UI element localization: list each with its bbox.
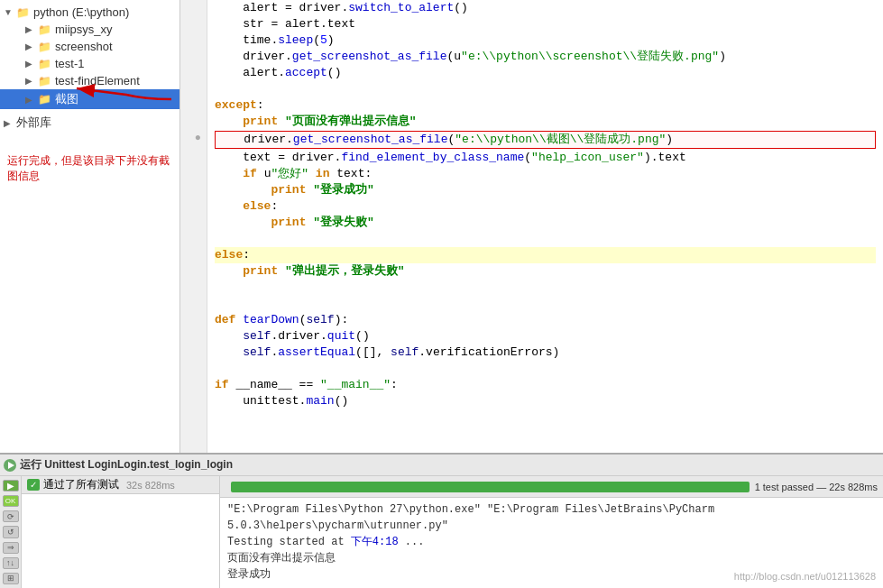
test-result-text: 1 test passed — 22s 828ms <box>755 482 878 492</box>
stop-button[interactable]: ↺ <box>3 526 19 537</box>
run-icon <box>4 459 16 472</box>
test-output <box>22 494 219 588</box>
code-line: time.sleep(5) <box>215 32 876 49</box>
code-editor: ● al <box>180 0 883 453</box>
code-line <box>215 361 876 377</box>
sidebar-item-test-find[interactable]: ▶ 📁 test-findElement <box>0 72 179 89</box>
sidebar-root[interactable]: ▼ 📁 python (E:\python) <box>0 4 179 21</box>
line-numbers: ● <box>180 0 207 453</box>
folder-icon: 📁 <box>38 41 51 53</box>
sidebar-label: test-findElement <box>55 74 140 87</box>
code-line: if u"您好" in text: <box>215 166 876 182</box>
sidebar-label: miipsys_xy <box>55 23 113 36</box>
code-line: alert = driver.switch_to_alert() <box>215 0 876 16</box>
expand-arrow: ▶ <box>25 41 36 51</box>
folder-icon: 📁 <box>38 93 51 106</box>
expand-arrow: ▶ <box>25 59 36 69</box>
sidebar-root-label: python (E:\python) <box>33 5 129 19</box>
code-lines: alert = driver.switch_to_alert() str = a… <box>207 0 883 453</box>
main-area: ▼ 📁 python (E:\python) ▶ 📁 miipsys_xy ▶ … <box>0 0 883 453</box>
bottom-panel: 运行 Unittest LoginLogin.test_login_login … <box>0 453 883 588</box>
code-line: str = alert.text <box>215 16 876 32</box>
code-line: print "登录成功" <box>215 182 876 198</box>
code-line: else: <box>215 198 876 215</box>
ok-button[interactable]: OK <box>3 495 19 507</box>
code-line-highlight: driver.get_screenshot_as_file("e:\\pytho… <box>215 131 876 149</box>
code-line: driver.get_screenshot_as_file(u"e:\\pyth… <box>215 49 876 65</box>
code-line: else: <box>215 247 876 263</box>
folder-icon: 📁 <box>38 75 51 87</box>
watermark: http://blog.csdn.net/u012113628 <box>734 568 876 584</box>
code-line: print "页面没有弹出提示信息" <box>215 114 876 130</box>
output-line: 页面没有弹出提示信息 <box>227 550 876 566</box>
console-output: "E:\Program Files\Python 27\python.exe" … <box>220 498 883 588</box>
test-status-bar: ✓ 通过了所有测试 32s 828ms <box>22 476 219 494</box>
export-button[interactable]: ⊞ <box>3 573 19 584</box>
expand-arrow: ▶ <box>25 95 36 105</box>
sidebar-item-screenshot[interactable]: ▶ 📁 screenshot <box>0 38 179 55</box>
bottom-toolbar: 运行 Unittest LoginLogin.test_login_login <box>0 455 883 476</box>
sidebar-item-test1[interactable]: ▶ 📁 test-1 <box>0 55 179 72</box>
sidebar-item-miipsys[interactable]: ▶ 📁 miipsys_xy <box>0 21 179 38</box>
bottom-toolbar-title: 运行 Unittest LoginLogin.test_login_login <box>20 457 233 473</box>
code-line: def tearDown(self): <box>215 312 876 328</box>
code-line <box>215 280 876 296</box>
output-line: Testing started at 下午4:18 ... <box>227 534 876 550</box>
bottom-content: ▶ OK ⟳ ↺ ⇒ ↑↓ ⊞ ✓ 通过了所有测试 32s 828ms <box>0 476 883 588</box>
code-line <box>215 231 876 247</box>
code-line: print "弹出提示，登录失败" <box>215 263 876 280</box>
expand-arrow: ▼ <box>4 7 14 17</box>
code-line: self.driver.quit() <box>215 328 876 345</box>
prev-button[interactable]: ⇒ <box>3 542 19 554</box>
code-line: alert.accept() <box>215 65 876 81</box>
code-line <box>215 81 876 97</box>
sidebar-label: 截图 <box>55 91 78 107</box>
status-badge: ✓ <box>27 479 40 491</box>
folder-icon: 📁 <box>16 6 30 19</box>
test-time: 32s 828ms <box>126 480 175 491</box>
code-line <box>215 296 876 312</box>
sidebar-label: 外部库 <box>16 115 51 131</box>
bottom-right-panel: 1 test passed — 22s 828ms "E:\Program Fi… <box>220 476 883 588</box>
test-status-text: 通过了所有测试 <box>43 477 119 492</box>
bottom-left-panel: ✓ 通过了所有测试 32s 828ms <box>22 476 220 588</box>
folder-icon: 📁 <box>38 23 51 36</box>
code-area: ● al <box>180 0 883 453</box>
bottom-right-toolbar: 1 test passed — 22s 828ms <box>220 476 883 498</box>
sidebar: ▼ 📁 python (E:\python) ▶ 📁 miipsys_xy ▶ … <box>0 0 180 453</box>
progress-bar <box>231 482 750 492</box>
sidebar-label: screenshot <box>55 40 113 53</box>
output-line: "E:\Program Files\Python 27\python.exe" … <box>227 501 876 534</box>
progress-fill <box>231 482 750 492</box>
sidebar-label: test-1 <box>55 57 85 70</box>
code-line: unittest.main() <box>215 393 876 409</box>
expand-arrow: ▶ <box>4 118 14 128</box>
folder-icon: 📁 <box>38 58 51 70</box>
sidebar-item-external[interactable]: ▶ 外部库 <box>0 113 179 133</box>
code-line: self.assertEqual([], self.verificationEr… <box>215 345 876 361</box>
code-line: print "登录失败" <box>215 215 876 231</box>
expand-arrow: ▶ <box>25 24 36 34</box>
play-button[interactable]: ▶ <box>3 480 19 492</box>
code-line: except: <box>215 97 876 114</box>
bottom-side-buttons: ▶ OK ⟳ ↺ ⇒ ↑↓ ⊞ <box>0 476 22 588</box>
code-line: text = driver.find_element_by_class_name… <box>215 150 876 166</box>
sidebar-item-jietu[interactable]: ▶ 📁 截图 <box>0 89 179 109</box>
code-line: if __name__ == "__main__": <box>215 377 876 393</box>
sort-button[interactable]: ↑↓ <box>3 557 19 569</box>
annotation-text: 运行完成，但是该目录下并没有截图信息 <box>7 153 179 184</box>
output-time: 下午4:18 <box>351 536 399 548</box>
rerun-button[interactable]: ⟳ <box>3 510 19 522</box>
expand-arrow: ▶ <box>25 76 36 86</box>
